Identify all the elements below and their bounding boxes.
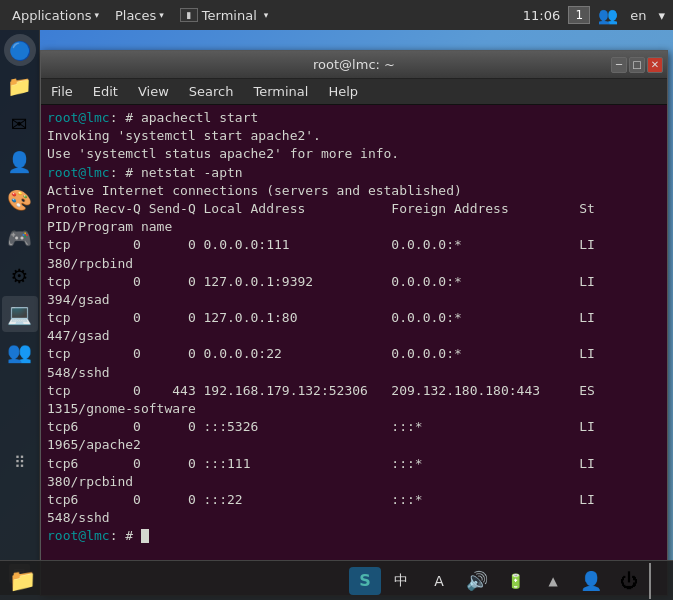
terminal-line: tcp6 0 0 :::111 :::* LI: [47, 455, 661, 473]
terminal-line: Proto Recv-Q Send-Q Local Address Foreig…: [47, 200, 661, 218]
applications-arrow: ▾: [94, 10, 99, 20]
terminal-line: 447/gsad: [47, 327, 661, 345]
terminal-line: Active Internet connections (servers and…: [47, 182, 661, 200]
sidebar-icon-email[interactable]: ✉️: [2, 106, 38, 142]
taskbar: 📁 S 中 A 🔊 🔋 ▲ 👤 ⏻: [0, 560, 673, 600]
taskbar-icon-volume[interactable]: 🔊: [459, 563, 495, 599]
taskbar-icon-power[interactable]: ⏻: [611, 563, 647, 599]
terminal-line: tcp 0 0 127.0.0.1:9392 0.0.0.0:* LI: [47, 273, 661, 291]
lang-indicator[interactable]: en: [626, 8, 650, 23]
terminal-line: root@lmc: # apachectl start: [47, 109, 661, 127]
workspace-indicator[interactable]: 1: [568, 6, 590, 24]
topbar-right: 👥 en ▾: [594, 6, 669, 25]
terminal-line: 380/rpcbind: [47, 255, 661, 273]
terminal-body[interactable]: root@lmc: # apachectl startInvoking 'sys…: [41, 105, 667, 595]
places-label: Places: [115, 8, 156, 23]
terminal-line: Invoking 'systemctl start apache2'.: [47, 127, 661, 145]
sidebar-icon-settings[interactable]: ⚙️: [2, 258, 38, 294]
terminal-minimize-btn[interactable]: ─: [611, 57, 627, 73]
places-arrow: ▾: [159, 10, 164, 20]
sidebar-icon-paint[interactable]: 🎨: [2, 182, 38, 218]
menu-view[interactable]: View: [128, 79, 179, 105]
terminal-maximize-btn[interactable]: □: [629, 57, 645, 73]
taskbar-show-desktop[interactable]: [649, 563, 669, 599]
terminal-menubar: File Edit View Search Terminal Help: [41, 79, 667, 105]
sidebar-icon-people[interactable]: 👥: [2, 334, 38, 370]
sidebar-icon-games[interactable]: 🎮: [2, 220, 38, 256]
terminal-line: PID/Program name: [47, 218, 661, 236]
terminal-line: 548/sshd: [47, 509, 661, 527]
taskbar-icon-battery[interactable]: 🔋: [497, 563, 533, 599]
taskbar-icon-user[interactable]: 👤: [573, 563, 609, 599]
terminal-line: root@lmc: # netstat -aptn: [47, 164, 661, 182]
places-menu[interactable]: Places ▾: [107, 0, 172, 30]
terminal-line: tcp 0 443 192.168.179.132:52306 209.132.…: [47, 382, 661, 400]
sidebar-icon-terminal[interactable]: 💻: [2, 296, 38, 332]
terminal-cursor: [141, 529, 149, 543]
taskbar-icon-more[interactable]: ▲: [535, 563, 571, 599]
terminal-line: tcp 0 0 0.0.0.0:111 0.0.0.0:* LI: [47, 236, 661, 254]
terminal-line: 1965/apache2: [47, 436, 661, 454]
taskbar-icon-zh[interactable]: 中: [383, 563, 419, 599]
applications-label: Applications: [12, 8, 91, 23]
terminal-titlebar-buttons: ─ □ ✕: [611, 57, 663, 73]
terminal-title: root@lmc: ~: [313, 57, 395, 72]
terminal-line: tcp 0 0 0.0.0.0:22 0.0.0.0:* LI: [47, 345, 661, 363]
applications-menu[interactable]: Applications ▾: [4, 0, 107, 30]
topbar-time: 11:06: [515, 8, 568, 23]
topbar: Applications ▾ Places ▾ ▮ Terminal ▾ 11:…: [0, 0, 673, 30]
menu-edit[interactable]: Edit: [83, 79, 128, 105]
taskbar-icon-folder[interactable]: 📁: [4, 563, 40, 599]
terminal-line: Use 'systemctl status apache2' for more …: [47, 145, 661, 163]
terminal-menu[interactable]: ▮ Terminal ▾: [172, 0, 276, 30]
sidebar-icon-0[interactable]: 🔵: [4, 34, 36, 66]
taskbar-icon-a[interactable]: A: [421, 563, 457, 599]
terminal-titlebar: root@lmc: ~ ─ □ ✕: [41, 51, 667, 79]
menu-terminal[interactable]: Terminal: [243, 79, 318, 105]
lang-arrow[interactable]: ▾: [654, 8, 669, 23]
user-icon[interactable]: 👥: [594, 6, 622, 25]
terminal-close-btn[interactable]: ✕: [647, 57, 663, 73]
terminal-line: tcp6 0 0 :::22 :::* LI: [47, 491, 661, 509]
menu-search[interactable]: Search: [179, 79, 244, 105]
terminal-line: root@lmc: #: [47, 527, 661, 545]
terminal-line: tcp 0 0 127.0.0.1:80 0.0.0.0:* LI: [47, 309, 661, 327]
sidebar-icon-contacts[interactable]: 👤: [2, 144, 38, 180]
taskbar-icon-s[interactable]: S: [349, 567, 381, 595]
menu-help[interactable]: Help: [318, 79, 368, 105]
sidebar: 🔵 📁 ✉️ 👤 🎨 🎮 ⚙️ 💻 👥 ⠿ ▤: [0, 30, 40, 595]
terminal-label: Terminal: [202, 8, 257, 23]
terminal-menu-icon: ▮: [180, 8, 198, 22]
terminal-arrow: ▾: [264, 10, 269, 20]
menu-file[interactable]: File: [41, 79, 83, 105]
sidebar-icon-files[interactable]: 📁: [2, 68, 38, 104]
terminal-line: 1315/gnome-software: [47, 400, 661, 418]
terminal-line: 548/sshd: [47, 364, 661, 382]
terminal-line: 380/rpcbind: [47, 473, 661, 491]
terminal-line: 394/gsad: [47, 291, 661, 309]
terminal-window: root@lmc: ~ ─ □ ✕ File Edit View Search …: [40, 50, 668, 596]
sidebar-apps-grid[interactable]: ⠿: [2, 445, 38, 481]
terminal-line: tcp6 0 0 :::5326 :::* LI: [47, 418, 661, 436]
desktop: 🔵 📁 ✉️ 👤 🎨 🎮 ⚙️ 💻 👥 ⠿ ▤: [0, 30, 673, 600]
